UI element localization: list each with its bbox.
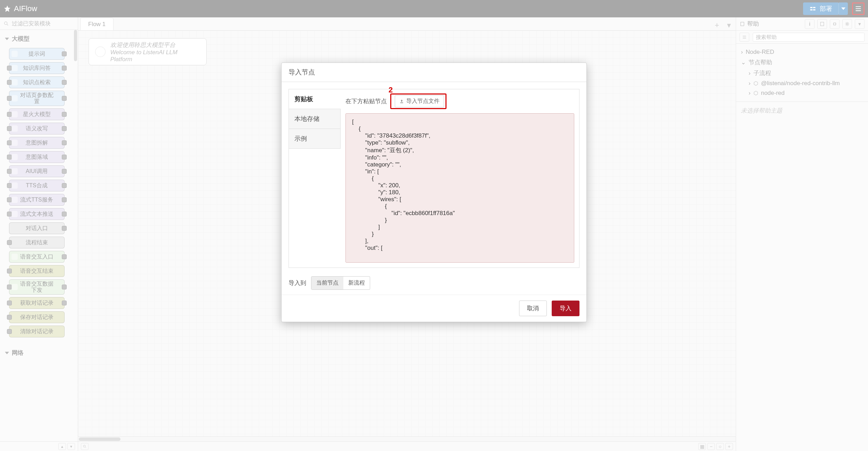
search-icon <box>3 21 9 26</box>
cube-icon <box>753 81 758 86</box>
node-kb-search[interactable]: 知识点检索 <box>9 76 65 88</box>
node-save-history[interactable]: 保存对话记录 <box>9 311 65 323</box>
import-json-textarea[interactable]: [ { "id": "37843c28d6f3f87f", "type": "s… <box>345 113 574 263</box>
help-sidebar: 帮助 i ▾ ›Node-RED ⌄节点帮助 ›子流程 ›@l <box>736 17 868 451</box>
node-tts[interactable]: TTS合成 <box>9 180 65 191</box>
tree-item-node-help[interactable]: ⌄节点帮助 <box>741 57 863 68</box>
brand-title: AIFlow <box>14 4 37 13</box>
node-prompt[interactable]: 提示词 <box>9 48 65 60</box>
flow-tab-1[interactable]: Flow 1 <box>80 18 114 30</box>
sidebar-search-row <box>736 31 868 44</box>
svg-rect-2 <box>810 9 813 10</box>
sidebar-search-input[interactable] <box>753 33 865 42</box>
book-icon <box>820 22 825 26</box>
node-intent-split[interactable]: 意图拆解 <box>9 137 65 149</box>
navigator-button[interactable]: ▦ <box>698 443 706 450</box>
tree-item-listenai[interactable]: ›@listenai/node-red-contrib-llm <box>741 79 863 88</box>
import-dialog: 导入节点 剪贴板 本地存储 示例 在下方粘贴节点 2 导入节点文件 <box>281 63 587 322</box>
node-dialog-config[interactable]: 对话页参数配置 <box>9 91 65 106</box>
palette-scrollbar[interactable] <box>73 30 78 441</box>
dialog-tab-example[interactable]: 示例 <box>289 129 341 149</box>
deploy-button[interactable]: 部署 <box>803 2 839 15</box>
chevron-right-icon: › <box>741 49 743 56</box>
gear-icon <box>845 22 850 26</box>
node-intent-route[interactable]: 意图落域 <box>9 151 65 163</box>
svg-rect-1 <box>813 7 816 8</box>
sidebar-toc-button[interactable] <box>740 33 749 42</box>
sidebar-help-button[interactable] <box>817 19 827 29</box>
node-voice-end[interactable]: 语音交互结束 <box>9 265 65 277</box>
canvas-h-scrollbar[interactable] <box>78 436 736 441</box>
tree-item-nodered[interactable]: ›Node-RED <box>741 47 863 57</box>
palette-category-llm[interactable]: 大模型 <box>0 32 73 46</box>
node-flow-end[interactable]: 流程结束 <box>9 237 65 248</box>
welcome-line-2: Welcome to ListenAI LLM Platform <box>110 49 200 63</box>
import-target-current[interactable]: 当前节点 <box>311 277 343 289</box>
workspace-footer: ▦ − ○ + <box>78 441 736 451</box>
main-menu-button[interactable] <box>852 2 865 15</box>
palette-category-network[interactable]: 网络 <box>0 346 73 360</box>
sidebar-config-button[interactable] <box>842 19 852 29</box>
zoom-out-button[interactable]: − <box>707 443 715 450</box>
palette-list[interactable]: 大模型 提示词 知识库问答 知识点检索 对话页参数配置 星火大模型 语义改写 意… <box>0 30 73 441</box>
import-button[interactable]: 导入 <box>552 301 579 316</box>
deploy-label: 部署 <box>820 5 832 13</box>
hamburger-icon <box>854 5 862 12</box>
palette-search-input[interactable] <box>12 20 74 27</box>
node-stream-text[interactable]: 流式文本推送 <box>9 208 65 220</box>
palette-collapse-down-button[interactable]: ▾ <box>67 443 75 450</box>
caret-down-icon <box>841 7 845 11</box>
svg-rect-9 <box>400 102 403 103</box>
sidebar-more-button[interactable]: ▾ <box>855 19 865 29</box>
help-tree: ›Node-RED ⌄节点帮助 ›子流程 ›@listenai/node-red… <box>736 44 868 101</box>
add-tab-button[interactable]: + <box>712 20 722 30</box>
node-dialog-entry[interactable]: 对话入口 <box>9 222 65 234</box>
sidebar-debug-button[interactable] <box>830 19 840 29</box>
brand: AIFlow <box>3 4 37 13</box>
brand-logo-icon <box>3 5 11 13</box>
import-file-button[interactable]: 导入节点文件 <box>395 95 444 107</box>
search-icon <box>83 444 87 449</box>
dialog-tab-local[interactable]: 本地存储 <box>289 109 341 129</box>
node-spark-llm[interactable]: 星火大模型 <box>9 108 65 120</box>
palette-category-label: 网络 <box>12 349 24 357</box>
chevron-right-icon: › <box>749 70 751 77</box>
sidebar-title: 帮助 <box>740 20 759 28</box>
bug-icon <box>832 22 837 26</box>
sidebar-info-button[interactable]: i <box>805 19 815 29</box>
palette-collapse-up-button[interactable]: ▴ <box>58 443 66 450</box>
chevron-right-icon: › <box>749 80 751 87</box>
node-aiui[interactable]: AIUI调用 <box>9 165 65 177</box>
node-voice-entry[interactable]: 语音交互入口 <box>9 251 65 263</box>
welcome-comment-node[interactable]: 欢迎使用聆思大模型平台 Welcome to ListenAI LLM Plat… <box>89 38 207 65</box>
zoom-reset-button[interactable]: ○ <box>716 443 724 450</box>
dialog-content: 在下方粘贴节点 2 导入节点文件 [ { "id": "37843c28d6f3… <box>341 89 579 268</box>
import-target-segment: 当前节点 新流程 <box>311 276 370 290</box>
footer-search-button[interactable] <box>81 443 89 450</box>
cube-icon <box>753 91 758 96</box>
tree-item-subflow[interactable]: ›子流程 <box>741 68 863 79</box>
upload-icon <box>399 99 404 104</box>
node-voice-data[interactable]: 语音交互数据下发 <box>9 279 65 295</box>
node-kb-qa[interactable]: 知识库问答 <box>9 62 65 74</box>
import-target-new[interactable]: 新流程 <box>343 277 370 289</box>
node-get-history[interactable]: 获取对话记录 <box>9 297 65 309</box>
node-rewrite[interactable]: 语义改写 <box>9 123 65 134</box>
comment-icon <box>95 47 106 57</box>
dialog-tab-clipboard[interactable]: 剪贴板 <box>289 89 341 109</box>
cancel-button[interactable]: 取消 <box>519 301 547 316</box>
zoom-in-button[interactable]: + <box>725 443 733 450</box>
svg-point-5 <box>83 445 85 447</box>
palette-search <box>0 17 78 30</box>
sidebar-header: 帮助 i ▾ <box>736 17 868 31</box>
tab-menu-button[interactable]: ▾ <box>724 20 734 30</box>
chevron-down-icon <box>5 351 9 355</box>
node-clear-history[interactable]: 清除对话记录 <box>9 326 65 337</box>
list-icon <box>742 35 747 40</box>
dialog-footer: 取消 导入 <box>282 295 586 322</box>
deploy-dropdown-button[interactable] <box>839 2 848 15</box>
app-header: AIFlow 部署 <box>0 0 868 17</box>
tree-item-nodered-pkg[interactable]: ›node-red <box>741 88 863 98</box>
sidebar-no-selection: 未选择帮助主题 <box>736 101 868 120</box>
node-stream-tts[interactable]: 流式TTS服务 <box>9 194 65 206</box>
